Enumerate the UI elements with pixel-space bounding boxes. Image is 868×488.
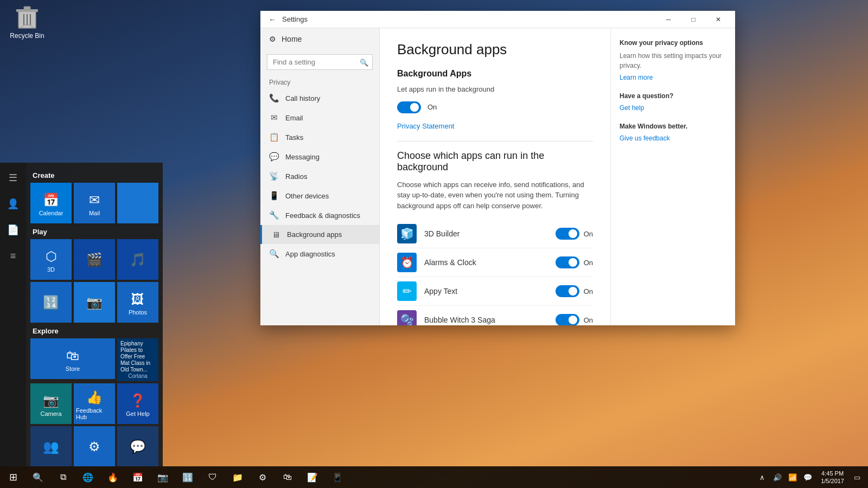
app-toggle-bubble: On [556, 314, 593, 325]
nav-feedback-diagnostics[interactable]: 🔧 Feedback & diagnostics [260, 206, 379, 225]
sidebar-list[interactable]: ≡ [2, 245, 24, 267]
settings-sidebar: ⚙ Home 🔍 Privacy 📞 Call history ✉ Email [260, 28, 380, 325]
have-question-title: Have a question? [620, 92, 726, 100]
settings-main: Background apps Background Apps Let apps… [380, 28, 610, 325]
toggle-bubble[interactable] [556, 314, 579, 325]
maximize-button[interactable]: □ [681, 11, 706, 28]
nav-tasks[interactable]: 📋 Tasks [260, 127, 379, 147]
taskbar-phone[interactable]: 📱 [326, 466, 349, 488]
people-icon: 👥 [43, 439, 59, 454]
tray-network[interactable]: 📶 [786, 471, 799, 484]
tile-cam2[interactable]: 📷 [74, 282, 115, 323]
app-icon-bubble: 🫧 [397, 310, 417, 325]
window-titlebar: ← Settings ─ □ ✕ [260, 11, 735, 28]
tray-volume[interactable]: 🔊 [771, 471, 784, 484]
toggle-knob [410, 103, 419, 112]
taskbar-search[interactable]: 🔍 [26, 466, 50, 488]
taskbar-edge[interactable]: 🌐 [76, 466, 100, 488]
nav-feedback-label: Feedback & diagnostics [285, 211, 360, 220]
sidebar-hamburger[interactable]: ☰ [2, 167, 24, 189]
search-input[interactable] [267, 54, 373, 70]
start-button[interactable]: ⊞ [0, 466, 26, 488]
tile-camera[interactable]: 📷 Camera [30, 383, 72, 424]
taskbar-sticky[interactable]: 📝 [301, 466, 324, 488]
toggle-alarms[interactable] [556, 256, 579, 268]
taskbar-flame[interactable]: 🔥 [101, 466, 125, 488]
start-sidebar: ☰ 👤 📄 ≡ [0, 163, 26, 466]
explore-tiles: 🛍 Store Epiphany Pilates to Offer Free M… [30, 338, 158, 381]
taskbar-calendar[interactable]: 📅 [126, 466, 150, 488]
bottom-tiles: 📷 Camera 👍 Feedback Hub ❓ Get Help [30, 383, 158, 424]
tray-notifications[interactable]: 💬 [801, 471, 814, 484]
tile-people[interactable]: 👥 [30, 426, 72, 466]
taskbar-security[interactable]: 🛡 [201, 466, 225, 488]
sidebar-user[interactable]: 👤 [2, 193, 24, 215]
tile-calendar[interactable]: 📅 Calendar [30, 183, 72, 223]
tile-groove[interactable]: 🎵 [117, 239, 158, 280]
tile-settings-app[interactable]: ⚙ [74, 426, 115, 466]
bottom-tiles-2: 👥 ⚙ 💬 [30, 426, 158, 466]
nav-call-history-label: Call history [285, 94, 320, 102]
toggle-appy[interactable] [556, 285, 579, 297]
main-toggle-state: On [427, 103, 437, 111]
taskbar-task-view[interactable]: ⧉ [51, 466, 75, 488]
taskbar-camera[interactable]: 📷 [151, 466, 175, 488]
app-icon-alarms: ⏰ [397, 253, 417, 272]
messaging-icon: 💬 [269, 152, 279, 162]
toggle-3dbuilder[interactable] [556, 228, 579, 240]
minimize-button[interactable]: ─ [656, 11, 681, 28]
tile-camera-label: Camera [40, 410, 61, 417]
nav-email[interactable]: ✉ Email [260, 108, 379, 127]
main-toggle[interactable] [397, 101, 421, 113]
tray-show-desktop[interactable]: ▭ [851, 471, 864, 484]
nav-other-devices[interactable]: 📱 Other devices [260, 186, 379, 206]
window-back-button[interactable]: ← [265, 12, 280, 27]
settings-home-item[interactable]: ⚙ Home [260, 28, 379, 50]
tile-movies[interactable]: 🎬 [74, 239, 115, 280]
learn-more-link[interactable]: Learn more [620, 74, 726, 81]
tile-placeholder[interactable] [117, 183, 158, 223]
taskbar-explorer[interactable]: 📁 [226, 466, 250, 488]
calendar-icon: 📅 [43, 192, 59, 208]
nav-other-devices-label: Other devices [285, 192, 329, 200]
page-title: Background apps [397, 41, 593, 58]
taskbar-settings[interactable]: ⚙ [251, 466, 275, 488]
taskbar-tray: ∧ 🔊 📶 💬 4:45 PM 1/5/2017 ▭ [751, 470, 868, 485]
app-toggle-3dbuilder: On [556, 228, 593, 240]
nav-radios[interactable]: 📡 Radios [260, 166, 379, 186]
recycle-bin[interactable]: Recycle Bin [8, 5, 46, 40]
home-icon: ⚙ [269, 35, 276, 43]
close-button[interactable]: ✕ [706, 11, 731, 28]
app-row-alarms: ⏰ Alarms & Clock On [397, 248, 593, 277]
nav-messaging[interactable]: 💬 Messaging [260, 147, 379, 166]
privacy-statement-link[interactable]: Privacy Statement [397, 122, 593, 130]
nav-call-history[interactable]: 📞 Call history [260, 88, 379, 108]
tile-cube[interactable]: ⬡ 3D [30, 239, 72, 280]
tile-calc[interactable]: 🔢 [30, 282, 72, 323]
tile-photos[interactable]: 🖼 Photos [117, 282, 158, 323]
tile-mail[interactable]: ✉ Mail [74, 183, 115, 223]
nav-background-apps[interactable]: 🖥 Background apps [260, 225, 379, 244]
app-name-bubble: Bubble Witch 3 Saga [424, 316, 548, 324]
tile-store[interactable]: 🛍 Store [30, 338, 115, 379]
camera-icon: 📷 [43, 393, 59, 408]
feedback-link[interactable]: Give us feedback [620, 134, 726, 142]
settings-search: 🔍 [267, 54, 373, 70]
get-help-link[interactable]: Get help [620, 104, 726, 112]
tile-cortana[interactable]: Epiphany Pilates to Offer Free Mat Class… [117, 338, 158, 381]
tile-feedback[interactable]: 👍 Feedback Hub [74, 383, 115, 424]
settings-app-icon: ⚙ [88, 439, 100, 454]
tray-chevron[interactable]: ∧ [756, 471, 769, 484]
toggle-3dbuilder-label: On [584, 230, 593, 238]
taskbar-store2[interactable]: 🛍 [276, 466, 299, 488]
nav-app-diagnostics[interactable]: 🔍 App diagnostics [260, 244, 379, 264]
app-list-desc: Choose which apps can receive info, send… [397, 179, 593, 211]
taskbar-calc2[interactable]: 🔢 [176, 466, 200, 488]
tile-gethelp[interactable]: ❓ Get Help [117, 383, 158, 424]
calc-icon: 🔢 [43, 295, 59, 310]
feedback-icon: 👍 [86, 390, 103, 405]
taskbar-clock[interactable]: 4:45 PM 1/5/2017 [816, 470, 848, 485]
settings-right-panel: Know your privacy options Learn how this… [610, 28, 735, 325]
sidebar-documents[interactable]: 📄 [2, 219, 24, 241]
tile-action[interactable]: 💬 [117, 426, 158, 466]
